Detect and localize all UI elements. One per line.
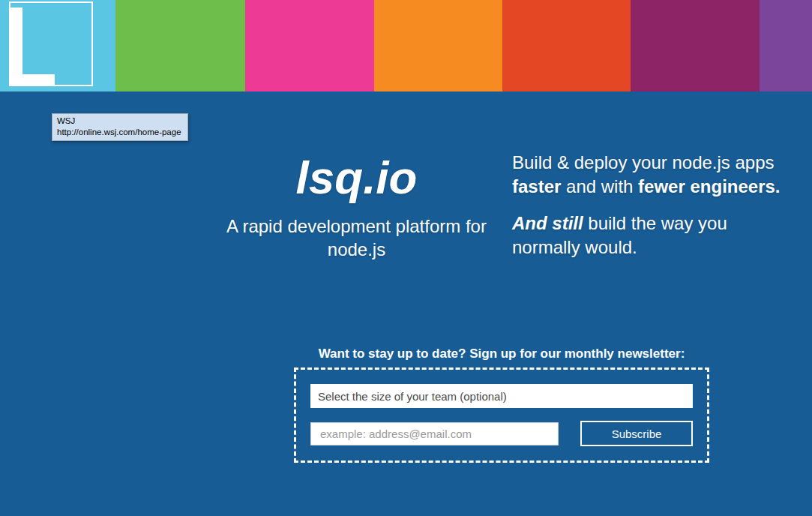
pitch-text: and with bbox=[561, 176, 638, 196]
stripe-orange bbox=[374, 0, 502, 92]
brand-title: lsq.io bbox=[212, 152, 501, 203]
brand-tagline: A rapid development platform for node.js bbox=[212, 214, 501, 261]
page-background: WSJ http://online.wsj.com/home-page lsq.… bbox=[0, 0, 812, 516]
stripe-red-orange bbox=[502, 0, 631, 92]
header-stripes bbox=[0, 0, 812, 92]
stripe-dark-magenta bbox=[631, 0, 760, 92]
subscribe-button[interactable]: Subscribe bbox=[580, 421, 693, 446]
newsletter-form-box: Select the size of your team (optional) … bbox=[294, 368, 709, 463]
stripe-pink bbox=[245, 0, 374, 92]
pitch-paragraph-2: And still build the way you normally wou… bbox=[512, 212, 791, 259]
logo[interactable] bbox=[0, 0, 115, 92]
stripe-purple bbox=[760, 0, 812, 92]
tooltip-title: WSJ bbox=[57, 116, 181, 127]
hero-brand-block: lsq.io A rapid development platform for … bbox=[212, 152, 501, 261]
pitch-text: Build & deploy your node.js apps bbox=[512, 152, 775, 172]
pitch-bold-italic-text: And still bbox=[512, 213, 583, 233]
link-status-tooltip: WSJ http://online.wsj.com/home-page bbox=[52, 113, 188, 141]
logo-letter-l-icon bbox=[9, 74, 55, 86]
stripe-light-blue bbox=[0, 0, 115, 92]
hero-pitch-block: Build & deploy your node.js apps faster … bbox=[512, 151, 791, 259]
tooltip-url: http://online.wsj.com/home-page bbox=[57, 127, 181, 138]
stripe-green bbox=[115, 0, 245, 92]
pitch-bold-text: fewer engineers. bbox=[638, 176, 780, 196]
newsletter-heading: Want to stay up to date? Sign up for our… bbox=[294, 346, 709, 362]
newsletter-input-row: Subscribe bbox=[310, 421, 693, 446]
email-input[interactable] bbox=[310, 422, 559, 446]
pitch-bold-text: faster bbox=[512, 176, 561, 196]
pitch-paragraph-1: Build & deploy your node.js apps faster … bbox=[512, 151, 791, 198]
team-size-select[interactable]: Select the size of your team (optional) bbox=[310, 384, 693, 408]
